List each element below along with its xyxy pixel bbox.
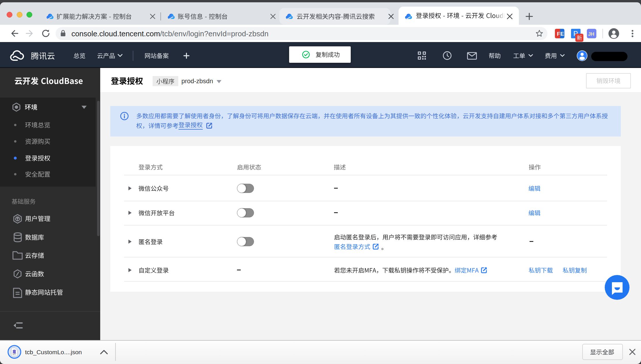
svg-text:F: F (557, 31, 560, 37)
svg-text:TEXT: TEXT (12, 353, 17, 355)
svg-text:JH: JH (588, 31, 594, 37)
svg-text:E: E (560, 31, 564, 37)
